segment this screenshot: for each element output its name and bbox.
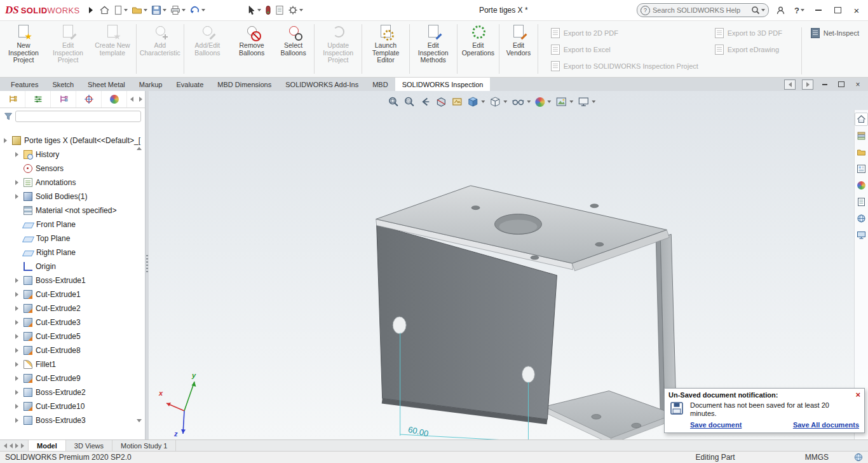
hide-show-items-button[interactable] — [512, 96, 531, 107]
help-button[interactable]: ? — [792, 3, 807, 17]
task-pane-file-explorer[interactable] — [855, 146, 868, 159]
tab-motion-study-1[interactable]: Motion Study 1 — [112, 440, 176, 451]
tree-item-boss-extrude2[interactable]: Boss-Extrude2 — [0, 385, 145, 399]
edit-inspection-project-button[interactable]: Edit Inspection Project — [46, 21, 90, 77]
export-edrawing-button[interactable]: Export eDrawing — [711, 41, 792, 58]
tree-filter-input[interactable] — [15, 111, 141, 122]
edit-appearance-button[interactable] — [535, 97, 551, 107]
task-pane-3d-content-central[interactable] — [855, 212, 868, 225]
task-pane-view-palette[interactable] — [855, 162, 868, 176]
new-document-button[interactable] — [112, 4, 129, 17]
net-inspect-button[interactable]: Net-Inspect — [807, 25, 863, 41]
select-tool-button[interactable] — [246, 4, 262, 17]
tab-solidworks-inspection[interactable]: SOLIDWORKS Inspection — [395, 78, 491, 91]
expand-arrow-icon[interactable] — [15, 180, 18, 185]
hide-show-caret-icon[interactable] — [527, 100, 531, 103]
units-label[interactable]: MMGS — [805, 453, 829, 462]
displaymanager-tab[interactable] — [102, 91, 127, 107]
rebuild-button[interactable] — [264, 4, 273, 17]
expand-arrow-icon[interactable] — [15, 362, 18, 367]
doc-restore-button[interactable] — [836, 80, 846, 89]
tree-item-sensors[interactable]: Sensors — [0, 162, 145, 176]
zoom-area-button[interactable] — [403, 96, 415, 107]
edit-vendors-button[interactable]: Edit Vendors — [501, 21, 536, 77]
tab-3d-views[interactable]: 3D Views — [66, 440, 112, 451]
export-3d-pdf-button[interactable]: Export to 3D PDF — [711, 25, 792, 41]
print-button[interactable] — [169, 4, 187, 17]
add-characteristic-button[interactable]: Add Characteristic — [138, 21, 182, 77]
save-all-documents-link[interactable]: Save All documents — [793, 421, 859, 429]
edit-appearance-caret-icon[interactable] — [547, 100, 551, 103]
3d-drawing-view-button[interactable] — [451, 96, 463, 107]
previous-view-button[interactable] — [419, 96, 431, 107]
previous-tab-button[interactable] — [10, 443, 13, 448]
tree-item-cut-extrude5[interactable]: Cut-Extrude5 — [0, 329, 145, 343]
dimxpertmanager-tab[interactable] — [76, 91, 102, 107]
tree-item-cut-extrude8[interactable]: Cut-Extrude8 — [0, 343, 145, 357]
manager-tabs-scroll-left[interactable] — [127, 91, 136, 107]
tree-item-cut-extrude3[interactable]: Cut-Extrude3 — [0, 315, 145, 329]
view-orientation-caret-icon[interactable] — [481, 100, 485, 103]
expand-arrow-icon[interactable] — [15, 348, 18, 353]
expand-arrow-icon[interactable] — [15, 292, 18, 297]
launch-template-editor-button[interactable]: Launch Template Editor — [363, 21, 408, 77]
update-inspection-project-button[interactable]: Update Inspection Project — [316, 21, 360, 77]
propertymanager-tab[interactable] — [25, 91, 51, 107]
tree-item-boss-extrude3[interactable]: Boss-Extrude3 — [0, 413, 145, 427]
minimize-button[interactable] — [811, 3, 826, 17]
tree-item-top-plane[interactable]: Top Plane — [0, 232, 145, 245]
expand-arrow-icon[interactable] — [15, 334, 18, 339]
help-search-box[interactable]: ? — [637, 3, 769, 17]
tab-markup[interactable]: Markup — [132, 78, 170, 91]
tree-item-history[interactable]: History — [0, 148, 145, 162]
tab-features[interactable]: Features — [4, 78, 45, 91]
options-button[interactable] — [287, 4, 304, 17]
add-edit-balloons-button[interactable]: Add/Edit Balloons — [186, 21, 230, 77]
close-button[interactable]: × — [849, 3, 864, 17]
expand-arrow-icon[interactable] — [15, 278, 18, 283]
apply-scene-button[interactable] — [555, 96, 573, 107]
tree-item-material[interactable]: Material <not specified> — [0, 204, 145, 218]
tree-item-front-plane[interactable]: Front Plane — [0, 218, 145, 232]
tree-item-cut-extrude2[interactable]: Cut-Extrude2 — [0, 301, 145, 315]
tree-item-cut-extrude10[interactable]: Cut-Extrude10 — [0, 399, 145, 413]
section-view-button[interactable] — [435, 96, 447, 107]
edit-operations-button[interactable]: Edit Operations — [458, 21, 498, 77]
export-2d-pdf-button[interactable]: Export to 2D PDF — [547, 25, 707, 41]
expand-arrow-icon[interactable] — [15, 320, 18, 325]
display-style-caret-icon[interactable] — [503, 100, 507, 103]
task-pane-solidworks-resources[interactable] — [855, 113, 868, 126]
remove-balloons-button[interactable]: Remove Balloons — [229, 21, 273, 77]
menu-expand-icon[interactable] — [89, 7, 93, 13]
tree-item-origin[interactable]: Origin — [0, 259, 145, 273]
expand-arrow-icon[interactable] — [15, 390, 18, 395]
export-excel-button[interactable]: Export to Excel — [547, 41, 707, 58]
login-button[interactable] — [773, 3, 788, 17]
task-pane-design-library[interactable] — [855, 129, 868, 142]
tree-item-fillet1[interactable]: Fillet1 — [0, 357, 145, 371]
task-pane-solidworks-forum[interactable] — [855, 228, 868, 242]
last-tab-button[interactable] — [21, 443, 24, 448]
search-scope-caret-icon[interactable] — [761, 9, 765, 11]
tab-mbd[interactable]: MBD — [365, 78, 395, 91]
tree-item-cut-extrude1[interactable]: Cut-Extrude1 — [0, 287, 145, 301]
tree-root-item[interactable]: Porte tiges X (Default<<Default>_[ — [0, 134, 145, 148]
save-document-link[interactable]: Save document — [690, 421, 742, 429]
restore-button[interactable] — [830, 3, 845, 17]
edit-inspection-methods-button[interactable]: Edit Inspection Methods — [411, 21, 456, 77]
expand-arrow-icon[interactable] — [4, 138, 7, 143]
task-pane-custom-properties[interactable] — [855, 195, 868, 209]
display-style-button[interactable] — [489, 96, 507, 107]
tree-scroll-up-button[interactable] — [135, 144, 143, 152]
tab-sketch[interactable]: Sketch — [45, 78, 81, 91]
create-new-template-button[interactable]: Create New template — [90, 21, 135, 77]
notification-close-button[interactable]: × — [854, 390, 862, 399]
featuremanager-tab[interactable] — [0, 91, 25, 107]
tree-item-solid-bodies[interactable]: Solid Bodies(1) — [0, 190, 145, 204]
configurationmanager-tab[interactable] — [51, 91, 76, 107]
tab-sheet-metal[interactable]: Sheet Metal — [81, 78, 132, 91]
save-button[interactable] — [150, 4, 168, 17]
view-settings-caret-icon[interactable] — [592, 100, 595, 103]
home-button[interactable] — [98, 4, 111, 17]
next-tab-button[interactable] — [15, 443, 18, 448]
